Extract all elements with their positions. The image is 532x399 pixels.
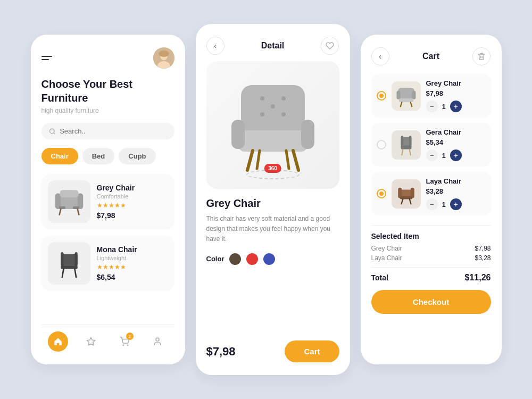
svg-rect-29 xyxy=(238,130,307,152)
home-title: Choose Your Best Furniture xyxy=(41,77,174,105)
search-bar[interactable] xyxy=(41,123,174,139)
color-blue[interactable] xyxy=(263,253,275,265)
svg-rect-10 xyxy=(73,206,79,209)
svg-line-17 xyxy=(74,269,76,278)
cart-item-img-2 xyxy=(392,130,421,160)
cart-item-info-1: Grey Chair $7,98 − 1 + xyxy=(426,79,486,112)
avatar[interactable] xyxy=(153,47,174,69)
radio-gera-chair[interactable] xyxy=(377,140,386,149)
cart-item-2[interactable]: Gera Chair $5,34 − 1 + xyxy=(371,123,491,167)
qty-control-1: − 1 + xyxy=(426,101,486,112)
svg-line-52 xyxy=(401,199,403,204)
cart-item-price-3: $3,28 xyxy=(426,187,486,195)
qty-control-2: − 1 + xyxy=(426,149,486,161)
svg-rect-38 xyxy=(412,90,415,99)
cart-item-name-3: Laya Chair xyxy=(426,177,486,185)
selected-row-1: Grey Chair $7,98 xyxy=(371,245,491,252)
cart-item-price-2: $5,34 xyxy=(426,138,486,146)
tab-cupboard[interactable]: Cupb xyxy=(119,148,155,164)
cart-item-img-1 xyxy=(392,81,421,111)
product-tag-1: Comfortable xyxy=(97,193,168,200)
svg-point-26 xyxy=(260,112,264,117)
home-header xyxy=(41,47,174,69)
detail-price: $7,98 xyxy=(206,345,236,359)
selected-item-name-1: Grey Chair xyxy=(371,245,402,252)
product-name-1: Grey Chair xyxy=(97,184,168,192)
svg-rect-19 xyxy=(74,252,77,266)
product-info-2: Mona Chair Lightweight ★★★★★ $6,54 xyxy=(97,245,168,281)
svg-rect-46 xyxy=(401,136,403,147)
radio-grey-chair[interactable] xyxy=(377,91,386,101)
color-red[interactable] xyxy=(246,253,258,265)
trash-button[interactable] xyxy=(472,47,491,65)
total-row: Total $11,26 xyxy=(371,267,491,282)
cart-item-name-1: Grey Chair xyxy=(426,79,486,87)
cart-item-img-3 xyxy=(392,179,421,209)
svg-rect-13 xyxy=(60,190,78,197)
svg-line-34 xyxy=(257,151,260,169)
bottom-nav: 2 xyxy=(41,325,174,352)
qty-minus-1[interactable]: − xyxy=(426,101,438,112)
screen-home: Choose Your Best Furniture high quality … xyxy=(31,35,185,364)
nav-bookmark[interactable] xyxy=(81,331,101,352)
svg-line-11 xyxy=(59,209,61,215)
profile-icon xyxy=(153,337,162,346)
product-tag-2: Lightweight xyxy=(97,255,168,261)
cart-item-name-2: Gera Chair xyxy=(426,128,486,136)
product-name-2: Mona Chair xyxy=(97,245,168,254)
screen-detail: ‹ Detail xyxy=(196,24,350,375)
svg-line-45 xyxy=(409,149,410,155)
cart-item-price-1: $7,98 xyxy=(426,89,486,97)
product-card-1[interactable]: Grey Chair Comfortable ★★★★★ $7,98 xyxy=(41,174,174,229)
svg-rect-30 xyxy=(231,120,245,149)
total-label: Total xyxy=(371,273,388,282)
selected-item-price-1: $7,98 xyxy=(475,245,491,252)
product-price-1: $7,98 xyxy=(97,211,168,220)
nav-home[interactable] xyxy=(48,331,68,352)
product-image-1 xyxy=(48,180,90,223)
tab-bed[interactable]: Bed xyxy=(82,148,115,164)
selected-label: Selected Item xyxy=(371,232,491,240)
add-to-cart-button[interactable]: Cart xyxy=(285,340,339,362)
nav-profile[interactable] xyxy=(147,331,168,352)
svg-point-24 xyxy=(260,96,264,101)
qty-plus-1[interactable]: + xyxy=(450,101,462,112)
qty-val-2: 1 xyxy=(442,152,446,160)
svg-line-40 xyxy=(400,102,402,106)
qty-plus-3[interactable]: + xyxy=(450,198,462,210)
cart-item-1[interactable]: Grey Chair $7,98 − 1 + xyxy=(371,74,491,118)
qty-minus-3[interactable]: − xyxy=(426,198,438,210)
qty-minus-2[interactable]: − xyxy=(426,149,438,161)
cart-back-button[interactable]: ‹ xyxy=(371,47,389,65)
search-icon xyxy=(49,128,56,135)
cart-item-3[interactable]: Laya Chair $3,28 − 1 + xyxy=(371,172,491,215)
svg-point-3 xyxy=(159,51,169,57)
radio-laya-chair[interactable] xyxy=(377,189,386,198)
cart-item-info-2: Gera Chair $5,34 − 1 + xyxy=(426,128,486,161)
svg-point-4 xyxy=(49,129,54,133)
svg-rect-31 xyxy=(301,120,314,149)
product-stars-1: ★★★★★ xyxy=(97,202,168,209)
color-label: Color xyxy=(206,255,225,263)
cart-header: ‹ Cart xyxy=(371,47,491,65)
bookmark-icon xyxy=(86,337,96,346)
checkout-button[interactable]: Checkout xyxy=(371,290,491,314)
heart-button[interactable] xyxy=(321,37,339,55)
selected-row-2: Laya Chair $3,28 xyxy=(371,254,491,262)
color-brown[interactable] xyxy=(229,253,241,265)
back-button[interactable]: ‹ xyxy=(206,37,225,55)
svg-point-28 xyxy=(271,104,275,109)
svg-line-5 xyxy=(53,132,54,134)
search-input[interactable] xyxy=(60,127,167,135)
detail-product-name: Grey Chair xyxy=(206,197,339,210)
home-icon xyxy=(53,337,63,346)
qty-control-3: − 1 + xyxy=(426,198,486,210)
qty-plus-2[interactable]: + xyxy=(450,149,462,161)
svg-rect-37 xyxy=(396,90,400,99)
svg-rect-9 xyxy=(59,206,65,209)
detail-header: ‹ Detail xyxy=(206,37,339,55)
tab-chair[interactable]: Chair xyxy=(41,148,78,164)
nav-cart[interactable]: 2 xyxy=(114,331,135,352)
menu-icon[interactable] xyxy=(41,56,52,60)
product-card-2[interactable]: Mona Chair Lightweight ★★★★★ $6,54 xyxy=(41,236,174,291)
